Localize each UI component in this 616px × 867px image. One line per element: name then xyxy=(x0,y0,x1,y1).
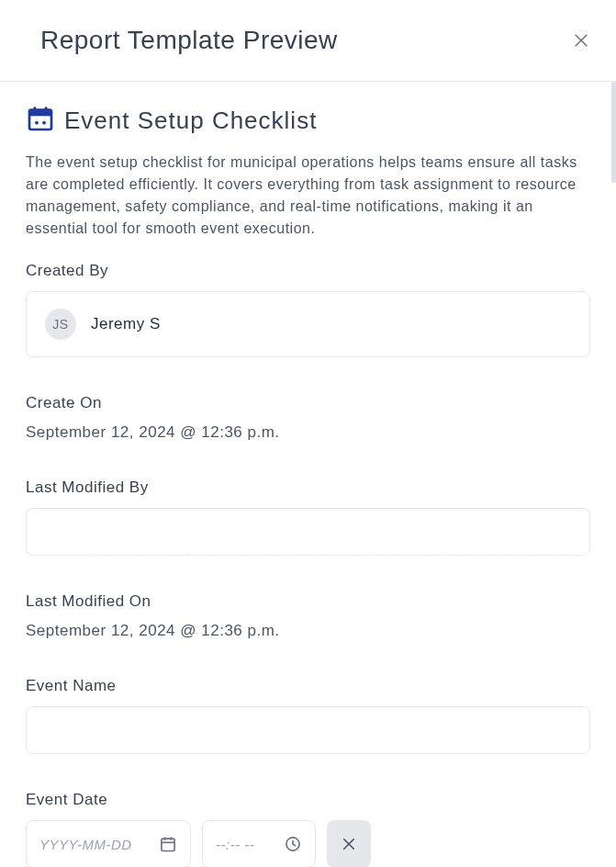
x-icon xyxy=(341,836,357,852)
event-date-input[interactable]: YYYY-MM-DD xyxy=(26,820,191,867)
svg-rect-3 xyxy=(29,110,51,117)
create-on-label: Create On xyxy=(26,394,590,412)
last-modified-by-label: Last Modified By xyxy=(26,479,590,497)
modal-body: Event Setup Checklist The event setup ch… xyxy=(0,82,616,867)
create-on-value: September 12, 2024 @ 12:36 p.m. xyxy=(26,423,590,442)
avatar: JS xyxy=(45,309,76,340)
created-by-name: Jeremy S xyxy=(91,315,161,333)
event-date-placeholder: YYYY-MM-DD xyxy=(39,837,132,852)
last-modified-on-value: September 12, 2024 @ 12:36 p.m. xyxy=(26,622,590,640)
field-last-modified-on: Last Modified On September 12, 2024 @ 12… xyxy=(26,592,590,640)
svg-rect-5 xyxy=(45,107,48,111)
svg-point-6 xyxy=(35,121,39,125)
modal-title: Report Template Preview xyxy=(40,26,338,55)
field-event-name: Event Name xyxy=(26,677,590,754)
event-date-clear-button[interactable] xyxy=(327,820,371,867)
field-event-date: Event Date YYYY-MM-DD --:-- -- xyxy=(26,791,590,867)
created-by-label: Created By xyxy=(26,262,590,280)
last-modified-by-input[interactable] xyxy=(26,508,590,556)
svg-rect-8 xyxy=(162,839,174,850)
calendar-small-icon xyxy=(159,835,177,853)
field-created-by: Created By JS Jeremy S xyxy=(26,262,590,357)
template-description: The event setup checklist for municipal … xyxy=(26,152,590,240)
template-title: Event Setup Checklist xyxy=(64,107,317,135)
event-name-input[interactable] xyxy=(26,706,590,754)
modal-header: Report Template Preview xyxy=(0,0,616,82)
created-by-card: JS Jeremy S xyxy=(26,291,590,357)
close-button[interactable] xyxy=(570,29,592,51)
clock-icon xyxy=(284,835,302,853)
event-time-input[interactable]: --:-- -- xyxy=(202,820,316,867)
field-create-on: Create On September 12, 2024 @ 12:36 p.m… xyxy=(26,394,590,442)
svg-rect-4 xyxy=(33,107,36,111)
svg-point-7 xyxy=(42,121,46,125)
field-last-modified-by: Last Modified By xyxy=(26,479,590,556)
close-icon xyxy=(572,31,590,50)
template-title-row: Event Setup Checklist xyxy=(26,104,590,137)
event-date-label: Event Date xyxy=(26,791,590,809)
event-date-row: YYYY-MM-DD --:-- -- xyxy=(26,820,590,867)
scrollbar-thumb[interactable] xyxy=(611,82,616,183)
last-modified-on-label: Last Modified On xyxy=(26,592,590,611)
event-name-label: Event Name xyxy=(26,677,590,695)
event-time-placeholder: --:-- -- xyxy=(216,837,254,852)
calendar-icon xyxy=(26,104,55,137)
